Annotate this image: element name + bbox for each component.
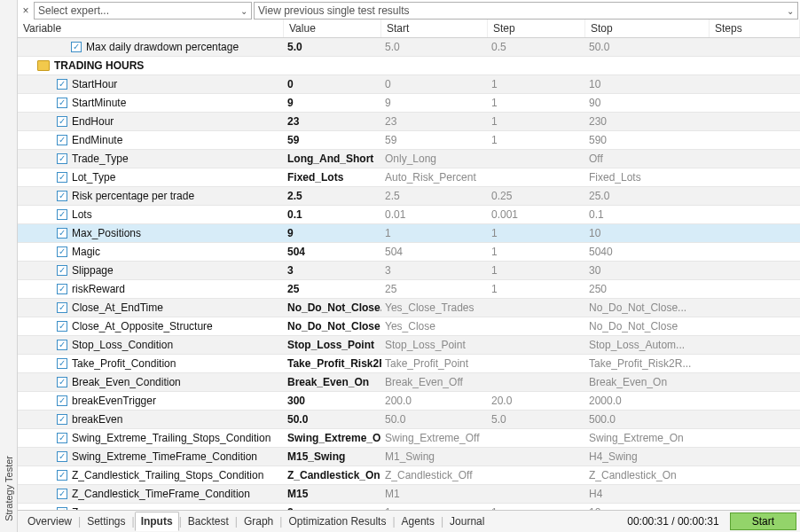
checkbox[interactable]: ✓: [57, 246, 67, 257]
col-stop[interactable]: Stop: [585, 20, 710, 37]
table-row[interactable]: ✓Swing_Extreme_Trailing_Stops_ConditionS…: [18, 429, 800, 448]
value-cell[interactable]: Break_Even_On: [284, 373, 381, 391]
start-cell[interactable]: 200.0: [381, 392, 488, 410]
variable-cell[interactable]: ✓EndMinute: [18, 131, 284, 149]
table-row[interactable]: ✓Z_Candlestick_TimeFrame_ConditionM15M1H…: [18, 485, 800, 504]
table-row[interactable]: ✓Magic50450415040: [18, 243, 800, 262]
start-cell[interactable]: 504: [381, 243, 488, 261]
value-cell[interactable]: 9: [284, 224, 381, 242]
col-value[interactable]: Value: [284, 20, 381, 37]
step-cell[interactable]: 1: [488, 75, 585, 93]
variable-cell[interactable]: ✓Stop_Loss_Condition: [18, 336, 284, 354]
table-row[interactable]: ✓breakEvenTrigger300200.020.02000.0: [18, 392, 800, 411]
stop-cell[interactable]: 10: [585, 504, 710, 510]
checkbox[interactable]: ✓: [57, 79, 67, 90]
step-cell[interactable]: 1: [488, 243, 585, 261]
col-steps[interactable]: Steps: [710, 20, 800, 37]
stop-cell[interactable]: 250: [585, 280, 710, 298]
table-row[interactable]: ✓Break_Even_ConditionBreak_Even_OnBreak_…: [18, 373, 800, 392]
value-cell[interactable]: 9: [284, 94, 381, 112]
value-cell[interactable]: 59: [284, 131, 381, 149]
start-cell[interactable]: 1: [381, 504, 488, 510]
tab-agents[interactable]: Agents: [396, 512, 441, 531]
start-cell[interactable]: Stop_Loss_Point: [381, 336, 488, 354]
start-button[interactable]: Start: [730, 512, 796, 530]
stop-cell[interactable]: No_Do_Not_Close...: [585, 299, 710, 317]
checkbox[interactable]: ✓: [57, 321, 67, 332]
checkbox[interactable]: ✓: [57, 433, 67, 443]
checkbox[interactable]: ✓: [57, 358, 67, 369]
side-tab-strategy-tester[interactable]: Strategy Tester: [0, 0, 18, 532]
variable-cell[interactable]: ✓Max daily drawdown percentage: [18, 38, 284, 56]
table-row[interactable]: ✓Max_Positions91110: [18, 224, 800, 243]
step-cell[interactable]: 0.001: [488, 206, 585, 223]
stop-cell[interactable]: No_Do_Not_Close: [585, 317, 710, 335]
step-cell[interactable]: [488, 168, 585, 186]
start-cell[interactable]: Take_Profit_Point: [381, 355, 488, 372]
step-cell[interactable]: 1: [488, 94, 585, 112]
table-row[interactable]: ✓Z_Candlestick_Trailing_Stops_ConditionZ…: [18, 466, 800, 485]
step-cell[interactable]: [488, 317, 585, 335]
step-cell[interactable]: 1: [488, 262, 585, 279]
start-cell[interactable]: 5.0: [381, 38, 488, 56]
variable-cell[interactable]: ✓riskReward: [18, 280, 284, 298]
value-cell[interactable]: M15: [284, 485, 381, 503]
start-cell[interactable]: 1: [381, 224, 488, 242]
start-cell[interactable]: Yes_Close_Trades: [381, 299, 488, 317]
value-cell[interactable]: 23: [284, 113, 381, 130]
tab-graph[interactable]: Graph: [238, 512, 279, 531]
value-cell[interactable]: Stop_Loss_Point: [284, 336, 381, 354]
stop-cell[interactable]: 590: [585, 131, 710, 149]
checkbox[interactable]: ✓: [57, 414, 67, 425]
value-cell[interactable]: No_Do_Not_Close...: [284, 299, 381, 317]
start-cell[interactable]: 3: [381, 262, 488, 279]
variable-cell[interactable]: ✓StartHour: [18, 75, 284, 93]
stop-cell[interactable]: 30: [585, 262, 710, 279]
start-cell[interactable]: 0: [381, 75, 488, 93]
step-cell[interactable]: [488, 448, 585, 466]
step-cell[interactable]: [488, 355, 585, 372]
start-cell[interactable]: M1_Swing: [381, 448, 488, 466]
value-cell[interactable]: 504: [284, 243, 381, 261]
start-cell[interactable]: Swing_Extreme_Off: [381, 429, 488, 447]
table-row[interactable]: ✓EndMinute59591590: [18, 131, 800, 150]
close-icon[interactable]: ×: [20, 4, 32, 17]
start-cell[interactable]: 0.01: [381, 206, 488, 223]
variable-cell[interactable]: ✓Swing_Extreme_Trailing_Stops_Condition: [18, 429, 284, 447]
start-cell[interactable]: 9: [381, 94, 488, 112]
value-cell[interactable]: 50.0: [284, 411, 381, 428]
step-cell[interactable]: 1: [488, 280, 585, 298]
stop-cell[interactable]: 90: [585, 94, 710, 112]
stop-cell[interactable]: 0.1: [585, 206, 710, 223]
step-cell[interactable]: [488, 299, 585, 317]
step-cell[interactable]: [488, 336, 585, 354]
checkbox[interactable]: ✓: [57, 116, 67, 127]
variable-cell[interactable]: ✓Magic: [18, 243, 284, 261]
value-cell[interactable]: 2.5: [284, 187, 381, 205]
start-cell[interactable]: 23: [381, 113, 488, 130]
stop-cell[interactable]: 230: [585, 113, 710, 130]
value-cell[interactable]: M15_Swing: [284, 448, 381, 466]
checkbox[interactable]: ✓: [57, 228, 67, 239]
checkbox[interactable]: ✓: [57, 135, 67, 145]
table-row[interactable]: TRADING HOURS: [18, 57, 800, 75]
variable-cell[interactable]: ✓Swing_Extreme_TimeFrame_Condition: [18, 448, 284, 466]
stop-cell[interactable]: 25.0: [585, 187, 710, 205]
variable-cell[interactable]: ✓StartMinute: [18, 94, 284, 112]
value-cell[interactable]: No_Do_Not_Close: [284, 317, 381, 335]
table-row[interactable]: ✓Close_At_Opposite_StructureNo_Do_Not_Cl…: [18, 317, 800, 336]
tab-settings[interactable]: Settings: [81, 512, 131, 531]
variable-cell[interactable]: ✓Slippage: [18, 262, 284, 279]
checkbox[interactable]: ✓: [71, 42, 82, 52]
step-cell[interactable]: [488, 429, 585, 447]
start-cell[interactable]: 50.0: [381, 411, 488, 428]
start-cell[interactable]: Yes_Close: [381, 317, 488, 335]
start-cell[interactable]: M1: [381, 485, 488, 503]
variable-cell[interactable]: ✓Close_At_Opposite_Structure: [18, 317, 284, 335]
variable-cell[interactable]: ✓Lot_Type: [18, 168, 284, 186]
value-cell[interactable]: 0: [284, 75, 381, 93]
checkbox[interactable]: ✓: [57, 265, 67, 276]
tab-overview[interactable]: Overview: [21, 512, 78, 531]
table-row[interactable]: ✓breakEven50.050.05.0500.0: [18, 411, 800, 429]
start-cell[interactable]: Auto_Risk_Percent: [381, 168, 488, 186]
